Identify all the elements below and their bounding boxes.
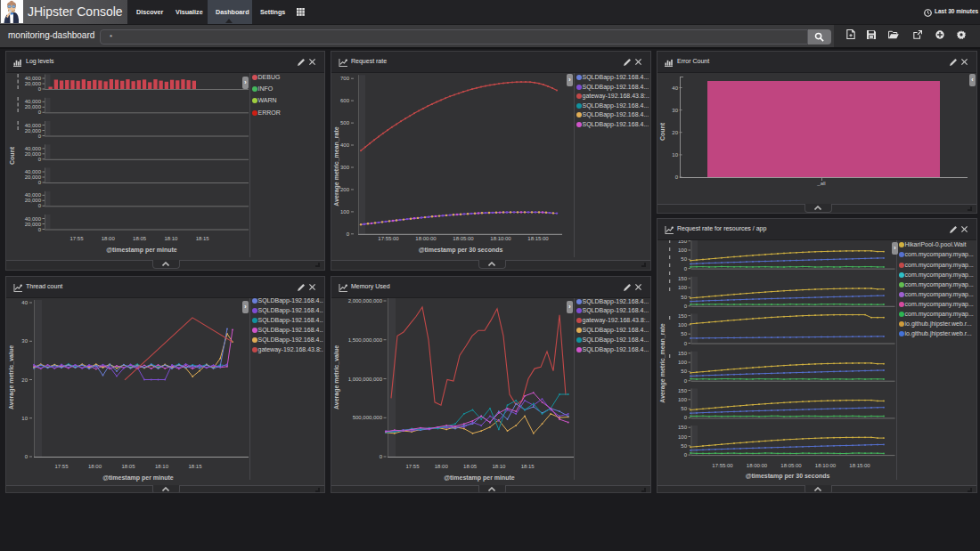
- svg-text:17:55: 17:55: [405, 464, 420, 469]
- svg-text:10: 10: [21, 416, 28, 421]
- svg-text:0: 0: [380, 454, 383, 459]
- svg-text:@timestamp per minute: @timestamp per minute: [102, 474, 174, 482]
- svg-text:17:55:00: 17:55:00: [712, 463, 733, 468]
- svg-text:50: 50: [681, 406, 687, 411]
- svg-text:300: 300: [340, 165, 350, 170]
- svg-text:Count: Count: [9, 146, 15, 165]
- svg-text:0: 0: [38, 203, 42, 208]
- svg-text:30: 30: [672, 108, 678, 113]
- svg-text:500: 500: [340, 120, 350, 126]
- svg-text:18:10: 18:10: [155, 464, 169, 469]
- svg-text:1,000,000,000: 1,000,000,000: [348, 377, 383, 382]
- svg-text:18:15: 18:15: [521, 464, 535, 469]
- svg-text:200: 200: [340, 187, 350, 192]
- svg-text:150: 150: [678, 388, 688, 393]
- svg-text:18:10: 18:10: [492, 464, 506, 469]
- svg-text:Average metric_value: Average metric_value: [8, 345, 15, 409]
- svg-text:Count: Count: [659, 122, 666, 141]
- svg-text:100: 100: [678, 247, 688, 253]
- svg-text:100: 100: [340, 209, 350, 215]
- svg-text:150: 150: [678, 425, 688, 430]
- svg-text:150: 150: [678, 276, 688, 281]
- svg-text:0: 0: [684, 415, 688, 420]
- svg-text:0: 0: [684, 452, 688, 458]
- svg-text:100: 100: [678, 397, 688, 402]
- svg-text:18:15: 18:15: [196, 236, 210, 241]
- svg-text:18:00: 18:00: [88, 464, 102, 469]
- svg-text:400: 400: [340, 142, 350, 148]
- svg-text:18:10:00: 18:10:00: [815, 463, 837, 468]
- svg-text:0: 0: [38, 180, 42, 185]
- svg-text:20: 20: [21, 377, 28, 383]
- svg-text:@timestamp per 30 seconds: @timestamp per 30 seconds: [419, 247, 503, 254]
- svg-text:40: 40: [21, 300, 28, 305]
- svg-text:Average metric_mean_rate: Average metric_mean_rate: [333, 126, 340, 206]
- svg-text:@timestamp per minute: @timestamp per minute: [106, 247, 177, 254]
- svg-text:0: 0: [347, 231, 350, 237]
- svg-text:0: 0: [684, 341, 688, 346]
- svg-text:0: 0: [675, 174, 679, 180]
- svg-text:17:55:00: 17:55:00: [378, 236, 399, 241]
- svg-text:0: 0: [684, 266, 688, 271]
- svg-text:40: 40: [672, 85, 678, 91]
- svg-text:10: 10: [672, 152, 678, 158]
- svg-text:0: 0: [25, 454, 29, 459]
- svg-text:Average metric_mean_rate: Average metric_mean_rate: [659, 323, 666, 402]
- svg-text:18:00:00: 18:00:00: [747, 463, 768, 468]
- svg-text:Average metric_value: Average metric_value: [333, 345, 340, 409]
- svg-text:2,000,000,000: 2,000,000,000: [348, 298, 383, 304]
- svg-text:18:10: 18:10: [164, 236, 178, 241]
- svg-text:@timestamp per 30 seconds: @timestamp per 30 seconds: [746, 473, 830, 480]
- svg-text:50: 50: [681, 295, 687, 300]
- svg-text:18:15: 18:15: [188, 464, 202, 469]
- svg-text:18:00: 18:00: [435, 464, 449, 469]
- svg-text:_all: _all: [816, 181, 825, 186]
- svg-text:0: 0: [684, 378, 688, 384]
- svg-text:17:55: 17:55: [54, 464, 69, 469]
- svg-text:18:05: 18:05: [133, 236, 147, 241]
- svg-text:50: 50: [681, 331, 687, 336]
- svg-text:30: 30: [21, 338, 28, 344]
- svg-text:0: 0: [684, 304, 688, 309]
- svg-text:17:55: 17:55: [69, 236, 84, 241]
- svg-text:100: 100: [678, 360, 688, 365]
- svg-text:0: 0: [38, 86, 42, 92]
- svg-text:150: 150: [678, 351, 688, 356]
- svg-text:50: 50: [681, 256, 687, 262]
- svg-text:1,500,000,000: 1,500,000,000: [348, 337, 383, 343]
- svg-text:150: 150: [678, 313, 688, 319]
- svg-text:0: 0: [38, 227, 42, 232]
- svg-text:0: 0: [38, 109, 42, 115]
- svg-text:18:15:00: 18:15:00: [849, 463, 870, 468]
- svg-text:18:00: 18:00: [102, 236, 116, 241]
- svg-text:100: 100: [678, 322, 688, 328]
- svg-text:50: 50: [681, 369, 687, 374]
- svg-text:18:05: 18:05: [463, 464, 478, 469]
- svg-text:18:05:00: 18:05:00: [453, 236, 474, 241]
- svg-text:100: 100: [678, 434, 688, 440]
- svg-text:20: 20: [672, 130, 678, 135]
- svg-text:18:00:00: 18:00:00: [415, 236, 437, 241]
- svg-text:100: 100: [678, 285, 688, 290]
- svg-text:18:05: 18:05: [121, 464, 135, 469]
- svg-text:@timestamp per minute: @timestamp per minute: [444, 474, 515, 482]
- svg-text:150: 150: [678, 240, 688, 244]
- svg-text:600: 600: [340, 98, 350, 103]
- svg-text:0: 0: [38, 157, 42, 162]
- svg-text:500,000,000: 500,000,000: [353, 415, 383, 420]
- svg-text:50: 50: [681, 443, 687, 449]
- svg-text:18:15:00: 18:15:00: [527, 236, 549, 241]
- svg-text:700: 700: [340, 76, 350, 81]
- svg-text:18:10:00: 18:10:00: [490, 236, 511, 241]
- svg-text:18:05:00: 18:05:00: [780, 463, 802, 468]
- svg-text:0: 0: [38, 134, 42, 139]
